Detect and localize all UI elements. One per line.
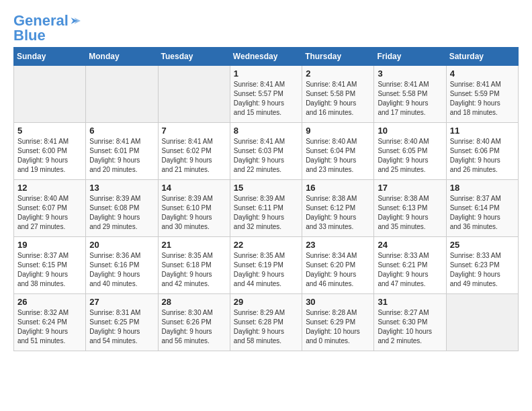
day-number: 5 [17,126,82,136]
day-cell [86,66,158,123]
day-header-thursday: Thursday [302,48,374,66]
week-row-5: 26Sunrise: 8:32 AM Sunset: 6:24 PM Dayli… [14,294,519,351]
day-number: 3 [378,68,442,79]
day-info: Sunrise: 8:41 AM Sunset: 5:57 PM Dayligh… [234,80,298,118]
day-header-saturday: Saturday [446,48,518,66]
day-info: Sunrise: 8:41 AM Sunset: 6:02 PM Dayligh… [162,137,226,175]
day-cell: 1Sunrise: 8:41 AM Sunset: 5:57 PM Daylig… [230,66,302,123]
day-info: Sunrise: 8:39 AM Sunset: 6:08 PM Dayligh… [89,194,154,232]
day-info: Sunrise: 8:33 AM Sunset: 6:23 PM Dayligh… [450,251,515,289]
day-info: Sunrise: 8:40 AM Sunset: 6:06 PM Dayligh… [450,137,515,175]
day-number: 31 [378,297,442,307]
day-number: 12 [17,183,82,193]
day-info: Sunrise: 8:34 AM Sunset: 6:20 PM Dayligh… [306,251,370,289]
day-info: Sunrise: 8:37 AM Sunset: 6:15 PM Dayligh… [17,251,82,289]
day-cell: 21Sunrise: 8:35 AM Sunset: 6:18 PM Dayli… [158,237,230,294]
day-info: Sunrise: 8:40 AM Sunset: 6:07 PM Dayligh… [17,194,82,232]
day-info: Sunrise: 8:41 AM Sunset: 5:59 PM Dayligh… [450,80,515,118]
day-number: 21 [162,240,226,250]
day-cell: 22Sunrise: 8:35 AM Sunset: 6:19 PM Dayli… [230,237,302,294]
day-info: Sunrise: 8:36 AM Sunset: 6:16 PM Dayligh… [89,251,154,289]
week-row-4: 19Sunrise: 8:37 AM Sunset: 6:15 PM Dayli… [14,237,519,294]
day-number: 9 [306,126,370,136]
day-cell [158,66,230,123]
day-number: 25 [450,240,515,250]
day-cell: 15Sunrise: 8:39 AM Sunset: 6:11 PM Dayli… [230,180,302,237]
day-number: 23 [306,240,370,250]
header-row: General Blue [13,13,519,43]
header-row-days: SundayMondayTuesdayWednesdayThursdayFrid… [14,48,519,66]
day-number: 10 [378,126,442,136]
calendar-table: SundayMondayTuesdayWednesdayThursdayFrid… [13,47,519,351]
calendar-container: General Blue SundayMondayTuesday [0,0,532,358]
day-cell: 26Sunrise: 8:32 AM Sunset: 6:24 PM Dayli… [14,294,86,351]
day-cell: 23Sunrise: 8:34 AM Sunset: 6:20 PM Dayli… [302,237,374,294]
day-info: Sunrise: 8:37 AM Sunset: 6:14 PM Dayligh… [450,194,515,232]
day-cell: 7Sunrise: 8:41 AM Sunset: 6:02 PM Daylig… [158,123,230,180]
day-info: Sunrise: 8:29 AM Sunset: 6:28 PM Dayligh… [234,308,298,346]
day-number: 24 [378,240,442,250]
day-header-sunday: Sunday [14,48,86,66]
day-cell: 13Sunrise: 8:39 AM Sunset: 6:08 PM Dayli… [86,180,158,237]
logo-blue-text: Blue [13,28,81,43]
day-cell: 17Sunrise: 8:38 AM Sunset: 6:13 PM Dayli… [374,180,446,237]
day-info: Sunrise: 8:33 AM Sunset: 6:21 PM Dayligh… [378,251,442,289]
logo: General Blue [13,13,81,43]
day-info: Sunrise: 8:31 AM Sunset: 6:25 PM Dayligh… [89,308,154,346]
day-cell: 20Sunrise: 8:36 AM Sunset: 6:16 PM Dayli… [86,237,158,294]
day-cell: 11Sunrise: 8:40 AM Sunset: 6:06 PM Dayli… [446,123,518,180]
week-row-2: 5Sunrise: 8:41 AM Sunset: 6:00 PM Daylig… [14,123,519,180]
day-cell: 18Sunrise: 8:37 AM Sunset: 6:14 PM Dayli… [446,180,518,237]
day-info: Sunrise: 8:39 AM Sunset: 6:10 PM Dayligh… [162,194,226,232]
day-number: 15 [234,183,298,193]
day-cell [14,66,86,123]
day-cell: 6Sunrise: 8:41 AM Sunset: 6:01 PM Daylig… [86,123,158,180]
day-info: Sunrise: 8:30 AM Sunset: 6:26 PM Dayligh… [162,308,226,346]
day-header-friday: Friday [374,48,446,66]
day-number: 14 [162,183,226,193]
day-info: Sunrise: 8:41 AM Sunset: 5:58 PM Dayligh… [306,80,370,118]
day-info: Sunrise: 8:35 AM Sunset: 6:18 PM Dayligh… [162,251,226,289]
day-cell [446,294,518,351]
logo-arrow-icon [70,15,81,26]
week-row-3: 12Sunrise: 8:40 AM Sunset: 6:07 PM Dayli… [14,180,519,237]
day-cell: 4Sunrise: 8:41 AM Sunset: 5:59 PM Daylig… [446,66,518,123]
day-number: 19 [17,240,82,250]
day-info: Sunrise: 8:27 AM Sunset: 6:30 PM Dayligh… [378,308,442,346]
day-number: 4 [450,68,515,79]
day-cell: 27Sunrise: 8:31 AM Sunset: 6:25 PM Dayli… [86,294,158,351]
day-cell: 8Sunrise: 8:41 AM Sunset: 6:03 PM Daylig… [230,123,302,180]
day-cell: 29Sunrise: 8:29 AM Sunset: 6:28 PM Dayli… [230,294,302,351]
day-number: 20 [89,240,154,250]
day-header-monday: Monday [86,48,158,66]
day-info: Sunrise: 8:32 AM Sunset: 6:24 PM Dayligh… [17,308,82,346]
week-row-1: 1Sunrise: 8:41 AM Sunset: 5:57 PM Daylig… [14,66,519,123]
day-header-tuesday: Tuesday [158,48,230,66]
day-number: 1 [234,68,298,79]
day-number: 18 [450,183,515,193]
day-cell: 19Sunrise: 8:37 AM Sunset: 6:15 PM Dayli… [14,237,86,294]
day-cell: 28Sunrise: 8:30 AM Sunset: 6:26 PM Dayli… [158,294,230,351]
day-info: Sunrise: 8:41 AM Sunset: 5:58 PM Dayligh… [378,80,442,118]
day-info: Sunrise: 8:41 AM Sunset: 6:01 PM Dayligh… [89,137,154,175]
day-info: Sunrise: 8:38 AM Sunset: 6:13 PM Dayligh… [378,194,442,232]
day-info: Sunrise: 8:41 AM Sunset: 6:00 PM Dayligh… [17,137,82,175]
day-cell: 24Sunrise: 8:33 AM Sunset: 6:21 PM Dayli… [374,237,446,294]
day-number: 28 [162,297,226,307]
day-number: 30 [306,297,370,307]
day-info: Sunrise: 8:40 AM Sunset: 6:05 PM Dayligh… [378,137,442,175]
day-cell: 2Sunrise: 8:41 AM Sunset: 5:58 PM Daylig… [302,66,374,123]
day-cell: 5Sunrise: 8:41 AM Sunset: 6:00 PM Daylig… [14,123,86,180]
day-info: Sunrise: 8:39 AM Sunset: 6:11 PM Dayligh… [234,194,298,232]
day-info: Sunrise: 8:35 AM Sunset: 6:19 PM Dayligh… [234,251,298,289]
day-number: 22 [234,240,298,250]
day-info: Sunrise: 8:41 AM Sunset: 6:03 PM Dayligh… [234,137,298,175]
day-number: 27 [89,297,154,307]
day-info: Sunrise: 8:40 AM Sunset: 6:04 PM Dayligh… [306,137,370,175]
day-number: 7 [162,126,226,136]
day-cell: 3Sunrise: 8:41 AM Sunset: 5:58 PM Daylig… [374,66,446,123]
day-number: 16 [306,183,370,193]
day-header-wednesday: Wednesday [230,48,302,66]
day-number: 6 [89,126,154,136]
day-cell: 9Sunrise: 8:40 AM Sunset: 6:04 PM Daylig… [302,123,374,180]
